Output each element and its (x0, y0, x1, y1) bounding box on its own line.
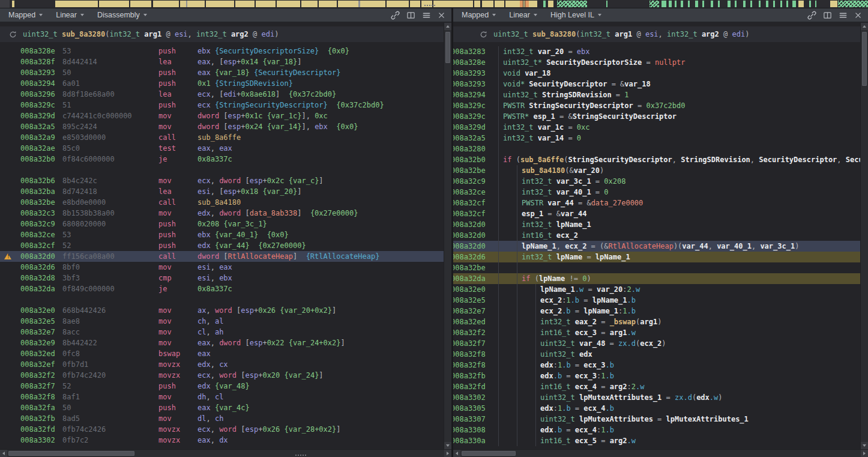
disasm-line[interactable]: 008a32e78accmovcl, ah (0, 327, 444, 337)
scroll-left-button[interactable] (453, 450, 460, 457)
disasm-line[interactable]: 008a32d68bf0movesi, eax (0, 262, 444, 273)
hlil-line[interactable]: 008a32cfPWSTR var_44 = &data_27e0000 (453, 198, 860, 208)
hlil-line[interactable]: 008a32besub_8a4180(&var_20) (453, 165, 860, 176)
disasm-line[interactable]: 008a329c51pushecx {StringSecurityDescrip… (0, 100, 444, 110)
disasm-line[interactable]: 008a33020fb7c2movzxeax, dx (0, 435, 444, 446)
vertical-scrollbar[interactable] (444, 23, 451, 449)
hlil-line[interactable]: 008a32f8edx:1.b = ecx_3.b (453, 360, 860, 371)
hlil-line[interactable]: 008a32c9int32_t var_3c_1 = 0x208 (453, 176, 860, 187)
scroll-right-button[interactable] (861, 450, 868, 457)
disasm-line[interactable]: 008a32ae85c0testeax, eax (0, 143, 444, 154)
hlil-line[interactable]: 008a3293void* SecurityDescriptor = &var_… (453, 79, 860, 89)
hlil-line[interactable]: 008a32cfesp_1 = &var_44 (453, 208, 860, 219)
split-view-icon[interactable] (823, 11, 832, 20)
disasm-line[interactable]: 008a32946a01push0x1 {StringSDRevision} (0, 78, 444, 89)
hlil-line[interactable]: 008a3302uint32_t lpMutexAttributes_1 = z… (453, 392, 860, 403)
hlil-line[interactable]: 008a32f7uint32_t var_48 = zx.d(ecx_2) (453, 338, 860, 349)
hlil-line[interactable]: 008a328euint32_t* SecurityDescriptorSize… (453, 57, 860, 68)
horizontal-scrollbar[interactable] (0, 449, 451, 457)
disasm-line[interactable]: 008a32a5895c2424movdword [esp+0x24 {var_… (0, 121, 444, 132)
hlil-line[interactable]: 008a32edint32_t eax_2 = _bswap(arg1) (453, 316, 860, 327)
scroll-right-button[interactable] (444, 450, 451, 457)
hlil-line[interactable]: 008a329cPWSTR StringSecurityDescriptor =… (453, 100, 860, 111)
disasm-line[interactable]: 008a32e98b442422moveax, dword [esp+0x22 … (0, 337, 444, 348)
hlil-line[interactable]: 008a32f2int16_t ecx_3 = arg1.w (453, 327, 860, 338)
disasm-line[interactable]: 008a32ba8d742418leaesi, [esp+0x18 {var_2… (0, 186, 444, 197)
disasm-line[interactable]: 008a328e53pushebx {SecurityDescriptorSiz… (0, 46, 444, 56)
split-view-icon[interactable] (406, 11, 415, 20)
disasm-line[interactable]: 008a32b68b4c242cmovecx, dword [esp+0x2c … (0, 175, 444, 186)
disassembly-dropdown[interactable]: Disassembly (97, 11, 147, 19)
vertical-scrollbar[interactable] (860, 23, 868, 449)
disasm-line[interactable]: 008a32fa50pusheax {var_4c} (0, 402, 444, 413)
hlil-line[interactable]: 008a32fbedx.b = ecx_3:1.b (453, 371, 860, 381)
refresh-icon[interactable] (9, 31, 17, 38)
feature-map-grip[interactable] (424, 5, 435, 6)
disasm-line[interactable]: 008a328f8d442414leaeax, [esp+0x14 {var_1… (0, 56, 444, 67)
hlil-line[interactable]: 008a32f8uint32_t edx (453, 349, 860, 360)
hlil-line[interactable]: 008a32d0int32_t lpName_1 (453, 219, 860, 230)
disasm-line[interactable]: 008a329350pusheax {var_18} {SecurityDesc… (0, 67, 444, 78)
hlil-line[interactable]: 008a330aint16_t ecx_5 = arg2.w (453, 435, 860, 446)
hlil-line[interactable]: 008a3294uint32_t StringSDRevision = 1 (453, 89, 860, 100)
disasm-line[interactable]: 008a32ed0fc8bswapeax (0, 348, 444, 359)
linear-dropdown[interactable]: Linear (56, 11, 84, 19)
disasm-line[interactable]: 008a32fb8ad5movdl, ch (0, 413, 444, 424)
disasm-line[interactable]: 008a32b00f84c6000000je0x8a337c (0, 154, 444, 165)
hlil-line[interactable]: 008a3293void var_18 (453, 68, 860, 79)
hlil-line[interactable]: 008a329cPWSTR* esp_1 = &StringSecurityDe… (453, 111, 860, 122)
hlil-line[interactable]: 008a329dint32_t var_1c = 0xc (453, 122, 860, 133)
scroll-down-button[interactable] (861, 442, 868, 449)
hlil-line[interactable]: 008a3283int32_t var_20 = ebx (453, 46, 860, 57)
hlil-line[interactable]: 008a32d0int16_t ecx_2 (453, 230, 860, 241)
scroll-up-button[interactable] (861, 23, 868, 30)
hlil-line[interactable]: 008a32ceint32_t var_40_1 = 0 (453, 187, 860, 198)
hlil-line[interactable]: 008a32e0lpName_1.w = var_20:2.w (453, 284, 860, 295)
disasm-line[interactable]: 008a32c38b1538b38a00movedx, dword [data_… (0, 208, 444, 219)
disasm-line[interactable]: 008a32d0ff156ca08a00calldword [RtlAlloca… (0, 251, 444, 262)
disasm-line[interactable]: 008a32da0f849c000000je0x8a337c (0, 283, 444, 294)
hlil-line[interactable]: 008a32d6int32_t lpName = lpName_1 (453, 252, 860, 262)
hlil-line[interactable]: 008a32daif (lpName != 0) (453, 273, 860, 284)
hlil-line[interactable]: 008a32d0lpName_1, ecx_2 = (&RtlAllocateH… (453, 241, 860, 252)
hlil-line[interactable]: 008a32fdint16_t ecx_4 = arg2:2.w (453, 381, 860, 392)
splitter-grip[interactable] (295, 455, 306, 456)
disasm-line[interactable]: 008a32f20fb74c2420movzxecx, word [esp+0x… (0, 370, 444, 381)
disasm-line[interactable]: 008a32bee8bd0e0000callsub_8a4180 (0, 197, 444, 208)
disasm-line[interactable]: 008a32e0668b442426movax, word [esp+0x26 … (0, 305, 444, 316)
high-level-il-dropdown[interactable]: High Level IL (550, 11, 601, 19)
function-signature-row[interactable]: uint32_t sub_8a3280(int32_t arg1 @ esi, … (0, 26, 444, 42)
menu-icon[interactable] (422, 11, 431, 20)
disasm-line[interactable]: 008a32c96808020000push0x208 {var_3c_1} (0, 219, 444, 229)
function-signature-row[interactable]: uint32_t sub_8a3280(int32_t arg1 @ esi, … (453, 26, 860, 42)
scroll-up-button[interactable] (444, 23, 451, 30)
blank-line[interactable]: 008a32be (453, 262, 860, 273)
hlil-line[interactable]: 008a3308edx.b = ecx_4:1.b (453, 425, 860, 435)
mapped-dropdown[interactable]: Mapped (8, 11, 43, 19)
link-icon[interactable] (391, 11, 400, 20)
mapped-dropdown[interactable]: Mapped (462, 11, 496, 19)
horizontal-scrollbar-thumb[interactable] (462, 451, 516, 456)
hlil-line[interactable]: 008a32e7ecx_2.b = lpName_1:1.b (453, 306, 860, 316)
disasm-line[interactable]: 008a32a9e8503d0000callsub_8a6ffe (0, 132, 444, 143)
linear-dropdown[interactable]: Linear (509, 11, 537, 19)
close-icon[interactable] (438, 11, 445, 19)
blank-line[interactable]: 008a3280 (453, 144, 860, 154)
feature-map[interactable] (0, 0, 868, 8)
disasm-line[interactable]: 008a32d83bf3cmpesi, ebx (0, 273, 444, 283)
horizontal-scrollbar[interactable] (453, 449, 868, 457)
hlil-line[interactable]: 008a32b0if (sub_8a6ffe(StringSecurityDes… (453, 154, 860, 165)
vertical-scrollbar-thumb[interactable] (445, 32, 450, 63)
horizontal-scrollbar-thumb[interactable] (8, 451, 134, 456)
vertical-scrollbar-thumb[interactable] (862, 32, 867, 86)
disasm-line[interactable]: 008a32ef0fb7d1movzxedx, cx (0, 359, 444, 370)
link-icon[interactable] (807, 11, 816, 20)
disasm-line[interactable]: 008a329dc744241c0c000000movdword [esp+0x… (0, 110, 444, 121)
disasm-line[interactable]: 008a32cf52pushedx {var_44} {0x27e0000} (0, 240, 444, 251)
hlil-line[interactable]: 008a32a5int32_t var_14 = 0 (453, 133, 860, 144)
menu-icon[interactable] (839, 11, 848, 20)
close-icon[interactable] (854, 11, 862, 19)
disasm-line[interactable]: 008a32f752pushedx {var_48} (0, 381, 444, 392)
scroll-left-button[interactable] (0, 450, 7, 457)
refresh-icon[interactable] (480, 31, 487, 38)
